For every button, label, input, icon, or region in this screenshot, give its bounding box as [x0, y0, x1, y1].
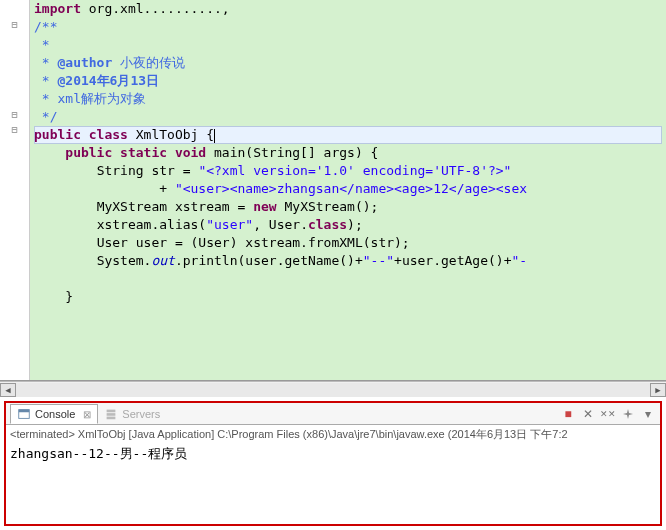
code-line[interactable]: * @2014年6月13日	[34, 72, 662, 90]
code-line[interactable]	[34, 270, 662, 288]
fold-toggle	[0, 62, 29, 77]
fold-toggle	[0, 167, 29, 182]
tab-console-label: Console	[35, 408, 75, 420]
code-line[interactable]: *	[34, 36, 662, 54]
fold-toggle	[0, 212, 29, 227]
console-toolbar: ■ ✕ ✕✕ ▾	[560, 406, 656, 422]
fold-toggle	[0, 152, 29, 167]
fold-toggle	[0, 182, 29, 197]
code-line[interactable]: * xml解析为对象	[34, 90, 662, 108]
code-area[interactable]: import org.xml..........,/** * * @author…	[30, 0, 666, 380]
fold-toggle[interactable]: ⊟	[0, 122, 29, 137]
remove-launch-button[interactable]: ✕	[580, 406, 596, 422]
gutter: ⊟⊟⊟	[0, 0, 30, 380]
code-editor[interactable]: ⊟⊟⊟ import org.xml..........,/** * * @au…	[0, 0, 666, 381]
svg-rect-3	[107, 413, 116, 416]
scroll-track[interactable]	[16, 383, 650, 397]
console-status-line: <terminated> XmlToObj [Java Application]…	[10, 427, 656, 442]
svg-rect-2	[107, 409, 116, 412]
pin-console-button[interactable]	[620, 406, 636, 422]
fold-toggle	[0, 197, 29, 212]
remove-all-button[interactable]: ✕✕	[600, 406, 616, 422]
code-line[interactable]: xstream.alias("user", User.class);	[34, 216, 662, 234]
code-line[interactable]: + "<user><name>zhangsan</name><age>12</a…	[34, 180, 662, 198]
tab-close-icon[interactable]: ⊠	[83, 409, 91, 420]
code-line[interactable]: * @author 小夜的传说	[34, 54, 662, 72]
fold-toggle[interactable]: ⊟	[0, 107, 29, 122]
code-line[interactable]: String str = "<?xml version='1.0' encodi…	[34, 162, 662, 180]
console-tab-bar: Console ⊠ Servers ■ ✕ ✕✕ ▾	[6, 403, 660, 425]
fold-toggle	[0, 227, 29, 242]
code-line[interactable]: System.out.println(user.getName()+"--"+u…	[34, 252, 662, 270]
fold-toggle	[0, 242, 29, 257]
code-line[interactable]: }	[34, 288, 662, 306]
console-icon	[17, 407, 31, 421]
code-line[interactable]: import org.xml..........,	[34, 0, 662, 18]
fold-toggle[interactable]: ⊟	[0, 17, 29, 32]
tab-console[interactable]: Console ⊠	[10, 404, 98, 424]
code-line[interactable]: public static void main(String[] args) {	[34, 144, 662, 162]
horizontal-scrollbar[interactable]: ◀ ▶	[0, 381, 666, 397]
code-line[interactable]: /**	[34, 18, 662, 36]
fold-toggle	[0, 77, 29, 92]
stop-button[interactable]: ■	[560, 406, 576, 422]
svg-rect-1	[19, 410, 30, 413]
fold-toggle	[0, 137, 29, 152]
scroll-left-button[interactable]: ◀	[0, 383, 16, 397]
code-line[interactable]: public class XmlToObj {	[34, 126, 662, 144]
fold-toggle	[0, 47, 29, 62]
fold-toggle	[0, 92, 29, 107]
tab-servers-label: Servers	[122, 408, 160, 420]
display-menu-button[interactable]: ▾	[640, 406, 656, 422]
console-view: Console ⊠ Servers ■ ✕ ✕✕ ▾ <terminated> …	[4, 401, 662, 526]
fold-toggle	[0, 32, 29, 47]
code-line[interactable]: User user = (User) xstream.fromXML(str);	[34, 234, 662, 252]
scroll-right-button[interactable]: ▶	[650, 383, 666, 397]
console-body: <terminated> XmlToObj [Java Application]…	[6, 425, 660, 524]
svg-rect-4	[107, 416, 116, 419]
code-line[interactable]: MyXStream xstream = new MyXStream();	[34, 198, 662, 216]
code-line[interactable]: */	[34, 108, 662, 126]
fold-toggle	[0, 2, 29, 17]
servers-icon	[104, 407, 118, 421]
console-output: zhangsan--12--男--程序员	[10, 442, 656, 463]
tab-servers[interactable]: Servers	[98, 405, 166, 423]
